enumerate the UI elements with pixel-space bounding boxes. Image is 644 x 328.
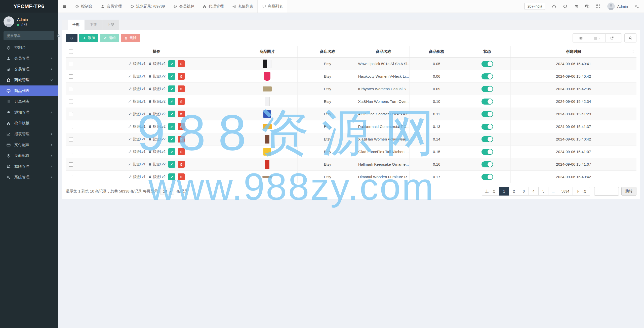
row-edit-button[interactable] <box>168 111 175 117</box>
status-toggle[interactable] <box>481 161 493 167</box>
pagination-page-5834[interactable]: 5834 <box>558 187 573 196</box>
topnav-tab-product-list[interactable]: 商品列表 <box>257 0 287 13</box>
settings-gears-icon[interactable] <box>635 4 639 9</box>
pagination-prev[interactable]: 上一页 <box>482 187 499 196</box>
assign-lv1-link[interactable]: 指派Lv1 <box>128 137 146 142</box>
pagination-page-2[interactable]: 2 <box>509 187 519 196</box>
menu-search-input[interactable] <box>4 34 55 38</box>
add-button[interactable]: 添加 <box>79 34 98 42</box>
assign-lv1-link[interactable]: 指派Lv1 <box>128 124 146 129</box>
row-checkbox[interactable] <box>69 150 73 154</box>
row-checkbox[interactable] <box>69 87 73 91</box>
row-checkbox[interactable] <box>69 74 73 79</box>
edit-button[interactable]: 编辑 <box>100 34 119 42</box>
sidebar-toggle-button[interactable] <box>58 0 71 13</box>
pagination-page-3[interactable]: 3 <box>519 187 529 196</box>
topnav-tab-agent[interactable]: 代理管理 <box>198 0 228 13</box>
assign-lv1-link[interactable]: 指派Lv1 <box>128 175 146 179</box>
row-edit-button[interactable] <box>168 73 175 80</box>
refresh-icon[interactable] <box>563 4 567 9</box>
menu-search-button[interactable] <box>55 31 62 40</box>
row-delete-button[interactable] <box>178 111 185 117</box>
status-toggle[interactable] <box>481 111 493 117</box>
navbar-user-menu[interactable]: Admin <box>607 3 628 10</box>
row-checkbox[interactable] <box>69 125 73 129</box>
assign-lv2-link[interactable]: 指派Lv2 <box>148 112 166 116</box>
assign-lv2-link[interactable]: 指派Lv2 <box>148 99 166 104</box>
row-edit-button[interactable] <box>168 98 175 105</box>
status-toggle[interactable] <box>481 99 493 105</box>
row-delete-button[interactable] <box>178 148 185 155</box>
row-edit-button[interactable] <box>168 60 175 67</box>
sidebar-item-grab-template[interactable]: 抢单模板 <box>0 118 58 129</box>
detail-view-button[interactable] <box>573 33 589 42</box>
assign-lv1-link[interactable]: 指派Lv1 <box>128 112 146 116</box>
column-header[interactable]: 创建时间 <box>510 46 636 58</box>
pagination-ellipsis[interactable]: ... <box>548 187 558 196</box>
row-delete-button[interactable] <box>178 73 185 80</box>
status-toggle[interactable] <box>481 61 493 67</box>
trash-icon[interactable] <box>574 4 578 9</box>
assign-lv2-link[interactable]: 指派Lv2 <box>148 150 166 154</box>
topnav-tab-flow-record[interactable]: 流水记录:789789 <box>126 0 169 13</box>
per-page-select[interactable]: 10 <box>160 188 174 195</box>
assign-lv2-link[interactable]: 指派Lv2 <box>148 87 166 91</box>
status-toggle[interactable] <box>481 124 493 130</box>
row-delete-button[interactable] <box>178 60 185 67</box>
row-edit-button[interactable] <box>168 123 175 130</box>
language-icon[interactable] <box>585 4 589 9</box>
assign-lv2-link[interactable]: 指派Lv2 <box>148 62 166 66</box>
topnav-tab-dashboard[interactable]: 控制台 <box>71 0 97 13</box>
assign-lv1-link[interactable]: 指派Lv1 <box>128 99 146 104</box>
topnav-tab-member[interactable]: 会员管理 <box>97 0 126 13</box>
page-jump-button[interactable]: 跳转 <box>621 187 636 196</box>
status-toggle[interactable] <box>481 86 493 92</box>
row-delete-button[interactable] <box>178 98 185 105</box>
sidebar-item-system[interactable]: 系统管理 <box>0 172 58 183</box>
row-checkbox[interactable] <box>69 162 73 167</box>
pagination-next[interactable]: 下一页 <box>573 187 590 196</box>
row-delete-button[interactable] <box>178 136 185 143</box>
assign-lv1-link[interactable]: 指派Lv1 <box>128 87 146 91</box>
row-checkbox[interactable] <box>69 137 73 142</box>
row-edit-button[interactable] <box>168 161 175 168</box>
row-delete-button[interactable] <box>178 85 185 92</box>
page-jump-input[interactable] <box>594 187 619 196</box>
assign-lv2-link[interactable]: 指派Lv2 <box>148 162 166 167</box>
row-edit-button[interactable] <box>168 148 175 155</box>
row-checkbox[interactable] <box>69 112 73 116</box>
assign-lv1-link[interactable]: 指派Lv1 <box>128 74 146 79</box>
sidebar-item-mall[interactable]: 商城管理 <box>0 75 58 85</box>
row-delete-button[interactable] <box>178 173 185 180</box>
assign-lv1-link[interactable]: 指派Lv1 <box>128 150 146 154</box>
columns-button[interactable] <box>589 33 606 42</box>
assign-lv2-link[interactable]: 指派Lv2 <box>148 137 166 142</box>
sidebar-item-permission[interactable]: 权限管理 <box>0 161 58 172</box>
topnav-tab-member-wallet[interactable]: 会员钱包 <box>169 0 198 13</box>
fullscreen-icon[interactable] <box>596 4 600 9</box>
sidebar-item-product-list[interactable]: 商品列表 <box>0 85 58 96</box>
sidebar-item-notify[interactable]: 通知管理 <box>0 107 58 118</box>
sidebar-item-member[interactable]: 会员管理 <box>0 53 58 64</box>
status-toggle[interactable] <box>481 174 493 180</box>
tab-on-shelf[interactable]: 上架 <box>102 20 119 30</box>
refresh-button[interactable] <box>66 34 77 42</box>
row-delete-button[interactable] <box>178 161 185 168</box>
row-delete-button[interactable] <box>178 123 185 130</box>
row-checkbox[interactable] <box>69 175 73 179</box>
row-checkbox[interactable] <box>69 100 73 104</box>
table-search-button[interactable] <box>624 33 636 42</box>
select-all-checkbox[interactable] <box>69 50 73 54</box>
sidebar-item-page-config[interactable]: 页面配置 <box>0 150 58 161</box>
row-edit-button[interactable] <box>168 173 175 180</box>
site-selector[interactable]: 207-India <box>525 3 545 10</box>
topnav-tab-recharge-list[interactable]: 充值列表 <box>228 0 257 13</box>
delete-button[interactable]: 删除 <box>121 34 140 42</box>
row-edit-button[interactable] <box>168 85 175 92</box>
pagination-page-4[interactable]: 4 <box>529 187 539 196</box>
row-checkbox[interactable] <box>69 62 73 66</box>
sidebar-item-report[interactable]: 报表管理 <box>0 129 58 139</box>
row-edit-button[interactable] <box>168 136 175 143</box>
tab-all[interactable]: 全部 <box>68 20 84 30</box>
assign-lv2-link[interactable]: 指派Lv2 <box>148 74 166 79</box>
